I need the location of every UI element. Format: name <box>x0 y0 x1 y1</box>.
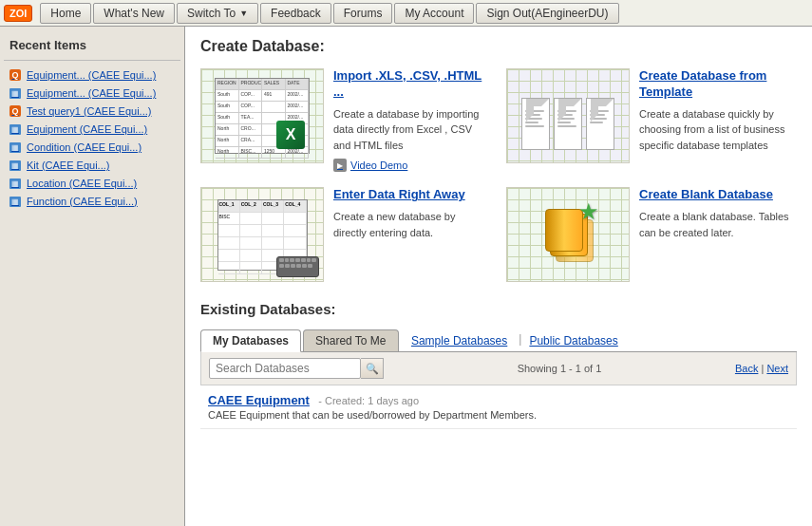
table-icon-6: ▦ <box>8 195 23 208</box>
top-navigation: ZOI Home What's New Switch To ▼ Feedback… <box>0 0 812 27</box>
db-entry-created: - Created: 1 days ago <box>318 395 419 406</box>
main-layout: Recent Items Q Equipment... (CAEE Equi..… <box>0 27 812 526</box>
create-card-blank: ★ Create Blank Database Create a blank d… <box>506 187 797 282</box>
chevron-down-icon: ▼ <box>239 9 248 18</box>
nav-my-account[interactable]: My Account <box>394 3 474 24</box>
blank-card-desc: Create a blank database. Tables can be c… <box>639 209 797 240</box>
search-left: 🔍 <box>209 358 384 379</box>
doc-page-1 <box>521 98 550 150</box>
search-icon: 🔍 <box>366 363 379 375</box>
blank-card-title[interactable]: Create Blank Database <box>639 187 797 203</box>
sidebar: Recent Items Q Equipment... (CAEE Equi..… <box>0 27 185 526</box>
nav-switch-to[interactable]: Switch To ▼ <box>177 3 258 24</box>
doc-page-3 <box>586 98 614 150</box>
query-icon: Q <box>8 68 23 82</box>
doc-page-2 <box>554 98 582 150</box>
import-thumbnail: REGION PRODUCT SALES DATE SouthCOP...491… <box>200 68 324 163</box>
db-cyl-front <box>545 209 583 252</box>
db-entry-0: CAEE Equipment - Created: 1 days ago CAE… <box>200 385 797 429</box>
sidebar-item-6[interactable]: ▦ Location (CAEE Equi...) <box>4 175 180 192</box>
sidebar-item-1[interactable]: ▦ Equipment... (CAEE Equi...) <box>4 85 180 102</box>
template-thumbnail <box>506 68 630 163</box>
tab-link-sample[interactable]: Sample Databases <box>404 330 515 351</box>
tab-link-public[interactable]: Public Databases <box>521 330 625 351</box>
db-cylinders: ★ <box>542 206 595 263</box>
star-db-icon: ★ <box>542 206 595 263</box>
enter-thumbnail: COL_1 COL_2 COL_3 COL_4 BISC <box>200 187 324 282</box>
sidebar-item-4[interactable]: ▦ Condition (CAEE Equi...) <box>4 139 180 156</box>
docs-preview <box>521 83 614 150</box>
enter-card-title[interactable]: Enter Data Right Away <box>333 187 491 203</box>
table-icon-4: ▦ <box>8 159 23 172</box>
template-card-title[interactable]: Create Database from Template <box>639 68 797 101</box>
play-icon: ▶ <box>333 159 347 172</box>
tab-shared-to-me[interactable]: Shared To Me <box>303 329 399 351</box>
db-entry-title[interactable]: CAEE Equipment <box>208 393 310 407</box>
create-cards-grid: REGION PRODUCT SALES DATE SouthCOP...491… <box>200 68 797 282</box>
template-card-desc: Create a database quickly by choosing fr… <box>639 106 797 154</box>
next-link[interactable]: Next <box>766 363 788 374</box>
showing-text: Showing 1 - 1 of 1 <box>518 363 602 374</box>
back-link[interactable]: Back <box>735 363 758 374</box>
create-card-enter: COL_1 COL_2 COL_3 COL_4 BISC <box>200 187 491 282</box>
search-button[interactable]: 🔍 <box>361 358 384 379</box>
blank-card-info: Create Blank Database Create a blank dat… <box>639 187 797 240</box>
nav-sign-out[interactable]: Sign Out(AEngineerDU) <box>476 3 618 24</box>
db-entry-desc: CAEE Equipment that can be used/borrowed… <box>208 409 789 421</box>
tab-my-databases[interactable]: My Databases <box>200 329 301 352</box>
nav-feedback[interactable]: Feedback <box>260 3 331 24</box>
sidebar-title: Recent Items <box>4 34 180 61</box>
create-card-import: REGION PRODUCT SALES DATE SouthCOP...491… <box>200 68 491 172</box>
excel-preview: REGION PRODUCT SALES DATE SouthCOP...491… <box>215 78 310 154</box>
table-icon: ▦ <box>8 86 23 100</box>
nav-whats-new[interactable]: What's New <box>93 3 175 24</box>
video-demo-link[interactable]: ▶ Video Demo <box>333 159 491 172</box>
search-input[interactable] <box>209 358 361 379</box>
nav-home[interactable]: Home <box>40 3 91 24</box>
sidebar-item-7[interactable]: ▦ Function (CAEE Equi...) <box>4 193 180 210</box>
app-logo: ZOI <box>4 5 32 22</box>
sidebar-item-2[interactable]: Q Test query1 (CAEE Equi...) <box>4 103 180 120</box>
import-card-desc: Create a database by importing data dire… <box>333 106 491 154</box>
sidebar-item-5[interactable]: ▦ Kit (CAEE Equi...) <box>4 157 180 174</box>
import-card-info: Import .XLS, .CSV, .HTML ... Create a da… <box>333 68 491 172</box>
star-icon: ★ <box>578 198 599 225</box>
query-icon-2: Q <box>8 104 23 118</box>
sidebar-item-0[interactable]: Q Equipment... (CAEE Equi...) <box>4 66 180 84</box>
import-card-title[interactable]: Import .XLS, .CSV, .HTML ... <box>333 68 491 101</box>
blank-thumbnail: ★ <box>506 187 630 282</box>
create-section-title: Create Database: <box>200 38 797 55</box>
table-icon-3: ▦ <box>8 141 23 154</box>
pagination: Back | Next <box>735 363 788 374</box>
existing-section-title: Existing Databases: <box>200 301 797 317</box>
keyboard-icon <box>276 256 319 277</box>
tabs-bar: My Databases Shared To Me Sample Databas… <box>200 327 797 352</box>
create-card-template: Create Database from Template Create a d… <box>506 68 797 172</box>
enter-card-desc: Create a new database by directly enteri… <box>333 209 491 240</box>
nav-forums[interactable]: Forums <box>333 3 393 24</box>
search-bar: 🔍 Showing 1 - 1 of 1 Back | Next <box>200 352 797 385</box>
content-area: Create Database: REGION PRODUCT SALES DA… <box>185 27 812 526</box>
table-icon-2: ▦ <box>8 122 23 136</box>
sidebar-item-3[interactable]: ▦ Equipment (CAEE Equi...) <box>4 121 180 138</box>
excel-icon: X <box>276 121 305 149</box>
template-card-info: Create Database from Template Create a d… <box>639 68 797 153</box>
table-icon-5: ▦ <box>8 177 23 190</box>
enter-card-info: Enter Data Right Away Create a new datab… <box>333 187 491 240</box>
